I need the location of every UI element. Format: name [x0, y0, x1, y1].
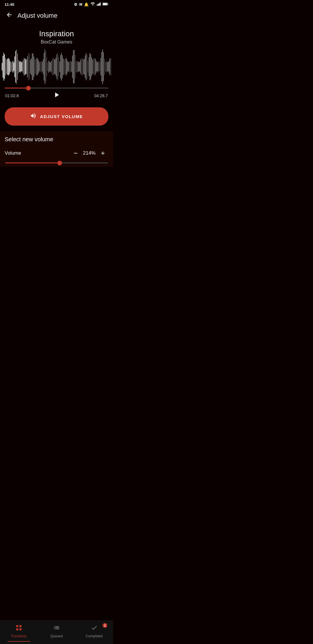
volume-section-title: Select new volume	[5, 136, 108, 143]
waveform-bar	[34, 57, 34, 77]
waveform-bar	[15, 51, 16, 83]
waveform-bar	[110, 58, 110, 75]
waveform-bar	[70, 61, 71, 73]
waveform-bar	[9, 59, 10, 74]
volume-row: Volume − 214% +	[5, 149, 108, 158]
progress-fill	[5, 88, 28, 88]
volume-icon	[30, 113, 37, 120]
volume-slider-track[interactable]	[5, 162, 108, 163]
waveform-bar	[7, 59, 8, 75]
waveform-bar	[83, 59, 84, 74]
svg-rect-1	[98, 4, 99, 6]
waveform[interactable]	[0, 49, 113, 84]
volume-increase-button[interactable]: +	[97, 149, 108, 158]
waveform-bar	[35, 59, 35, 74]
waveform-bar	[101, 52, 102, 82]
waveform-bar	[45, 49, 45, 84]
waveform-bar	[23, 60, 23, 74]
waveform-bar	[27, 56, 28, 77]
adjust-volume-button[interactable]: ADJUST VOLUME	[5, 107, 108, 126]
waveform-bar	[62, 55, 63, 78]
waveform-bar	[43, 59, 43, 75]
waveform-bar	[70, 61, 70, 72]
waveform-bar	[37, 58, 37, 75]
progress-track[interactable]	[5, 88, 108, 88]
volume-slider[interactable]	[5, 162, 108, 163]
waveform-bar	[38, 60, 39, 73]
waveform-bar	[79, 62, 79, 71]
waveform-bar	[66, 58, 66, 75]
page-title: Adjust volume	[17, 12, 57, 19]
waveform-bar	[85, 55, 85, 78]
waveform-bar	[2, 63, 2, 71]
waveform-bar	[41, 61, 42, 73]
waveform-bar	[29, 54, 30, 79]
settings-status-icon: ⚙	[74, 2, 77, 7]
waveform-bar	[98, 62, 98, 72]
time-row: 01:02.8 04:28.7	[5, 91, 108, 100]
waveform-bar	[106, 61, 107, 73]
waveform-bar	[54, 59, 54, 75]
waveform-bar	[13, 61, 13, 73]
waveform-bar	[64, 59, 65, 74]
adjust-volume-label: ADJUST VOLUME	[40, 114, 83, 119]
waveform-bar	[90, 53, 90, 80]
waveform-bar	[79, 62, 80, 72]
current-time: 01:02.8	[5, 93, 19, 98]
waveform-bar	[74, 50, 74, 84]
waveform-bar	[44, 53, 44, 81]
waveform-bar	[36, 59, 36, 74]
waveform-bar	[58, 53, 58, 81]
waveform-bar	[52, 59, 53, 75]
waveform-bar	[48, 61, 49, 73]
svg-rect-3	[100, 2, 101, 6]
volume-label: Volume	[5, 150, 70, 156]
waveform-bar	[8, 58, 9, 76]
waveform-bar	[32, 53, 32, 80]
waveform-bar	[6, 59, 7, 74]
waveform-bar	[40, 62, 41, 71]
battery-icon	[103, 2, 108, 7]
waveform-bar	[26, 59, 27, 75]
waveform-bar	[95, 59, 96, 75]
waveform-bar	[102, 49, 103, 84]
progress-thumb	[26, 86, 31, 91]
header: Adjust volume	[0, 8, 113, 23]
waveform-bar	[11, 62, 12, 71]
waveform-bar	[86, 53, 86, 81]
waveform-bar	[107, 62, 108, 72]
back-button[interactable]	[5, 10, 14, 21]
waveform-bar	[84, 59, 85, 75]
waveform-bar	[109, 61, 109, 73]
content-spacer	[0, 167, 113, 202]
waveform-bar	[33, 53, 33, 80]
volume-slider-thumb	[57, 161, 62, 165]
waveform-bar	[92, 59, 93, 74]
waveform-bar	[56, 57, 56, 76]
waveform-bar	[81, 58, 82, 75]
waveform-bar	[61, 53, 62, 80]
waveform-bar	[87, 55, 88, 79]
volume-section: Select new volume Volume − 214% +	[0, 131, 113, 167]
status-time: 11:45	[5, 2, 14, 7]
waveform-bar	[108, 62, 108, 71]
waveform-bar	[31, 58, 32, 75]
waveform-bar	[51, 61, 52, 73]
waveform-bar	[10, 61, 10, 72]
waveform-bar	[18, 60, 19, 73]
waveform-bar	[82, 58, 83, 75]
waveform-bar	[76, 61, 77, 72]
waveform-bar	[100, 62, 100, 71]
status-bar: 11:45 ⚙ ✉ 🔔	[0, 0, 113, 8]
play-button[interactable]	[52, 91, 61, 100]
waveform-bar	[25, 58, 25, 75]
waveform-bar	[60, 55, 61, 78]
waveform-bar	[68, 61, 68, 72]
waveform-bar	[96, 61, 97, 73]
waveform-bar	[39, 62, 40, 71]
waveform-bar	[90, 54, 91, 79]
volume-slider-fill	[5, 162, 60, 163]
volume-decrease-button[interactable]: −	[70, 149, 81, 158]
waveform-bar	[99, 61, 99, 73]
waveform-bar	[22, 62, 22, 71]
